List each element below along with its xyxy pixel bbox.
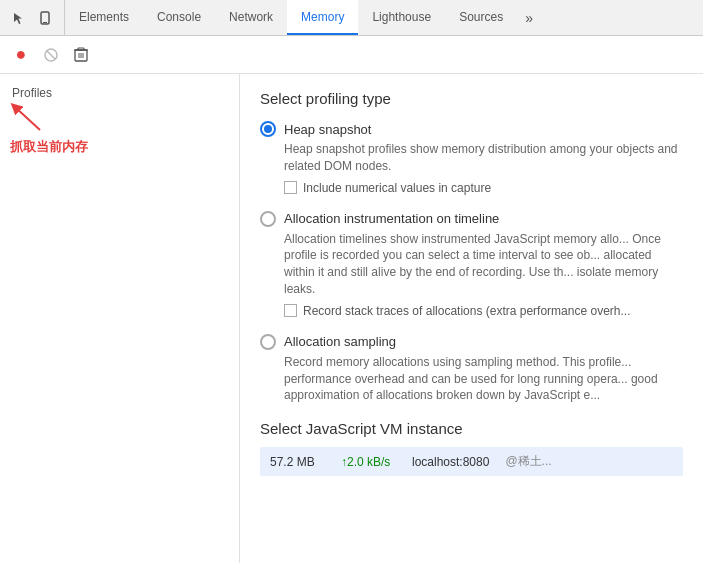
annotation-text: 抓取当前内存	[10, 138, 88, 156]
allocation-timeline-radio[interactable]	[260, 211, 276, 227]
allocation-sampling-option: Allocation sampling Record memory alloca…	[260, 334, 683, 404]
vm-section-title: Select JavaScript VM instance	[260, 420, 683, 437]
clear-button[interactable]	[38, 42, 64, 68]
annotation: 抓取当前内存	[10, 102, 88, 156]
heap-snapshot-label: Heap snapshot	[284, 122, 371, 137]
tab-memory[interactable]: Memory	[287, 0, 358, 35]
profiling-type-title: Select profiling type	[260, 90, 683, 107]
vm-instance-row[interactable]: 57.2 MB ↑2.0 kB/s localhost:8080 @稀土...	[260, 447, 683, 476]
vm-extra: @稀土...	[505, 453, 551, 470]
memory-toolbar: ●	[0, 36, 703, 74]
tab-console[interactable]: Console	[143, 0, 215, 35]
allocation-sampling-row[interactable]: Allocation sampling	[260, 334, 683, 350]
heap-snapshot-desc: Heap snapshot profiles show memory distr…	[284, 141, 683, 175]
record-stack-traces-checkbox[interactable]	[284, 304, 297, 317]
sidebar: Profiles 抓取当前内存	[0, 74, 240, 563]
tab-sources[interactable]: Sources	[445, 0, 517, 35]
record-button[interactable]: ●	[8, 42, 34, 68]
tab-network[interactable]: Network	[215, 0, 287, 35]
svg-rect-6	[78, 48, 84, 50]
allocation-sampling-desc: Record memory allocations using sampling…	[284, 354, 683, 404]
allocation-timeline-row[interactable]: Allocation instrumentation on timeline	[260, 211, 683, 227]
record-stack-traces-label: Record stack traces of allocations (extr…	[303, 304, 630, 318]
svg-line-10	[15, 107, 40, 130]
allocation-timeline-option: Allocation instrumentation on timeline A…	[260, 211, 683, 318]
pointer-icon[interactable]	[8, 7, 30, 29]
vm-speed: ↑2.0 kB/s	[341, 455, 396, 469]
heap-snapshot-option: Heap snapshot Heap snapshot profiles sho…	[260, 121, 683, 195]
svg-line-3	[47, 51, 55, 59]
delete-button[interactable]	[68, 42, 94, 68]
heap-snapshot-radio[interactable]	[260, 121, 276, 137]
tab-elements[interactable]: Elements	[65, 0, 143, 35]
allocation-sampling-radio[interactable]	[260, 334, 276, 350]
allocation-timeline-desc: Allocation timelines show instrumented J…	[284, 231, 683, 298]
record-stack-traces-row[interactable]: Record stack traces of allocations (extr…	[284, 304, 683, 318]
tab-bar: Elements Console Network Memory Lighthou…	[0, 0, 703, 36]
mobile-icon[interactable]	[34, 7, 56, 29]
allocation-timeline-label: Allocation instrumentation on timeline	[284, 211, 499, 226]
arrow-icon	[10, 102, 50, 132]
tab-lighthouse[interactable]: Lighthouse	[358, 0, 445, 35]
devtools-icons	[0, 0, 65, 35]
heap-snapshot-checkbox-row[interactable]: Include numerical values in capture	[284, 181, 683, 195]
include-numerical-checkbox[interactable]	[284, 181, 297, 194]
main-layout: Profiles 抓取当前内存 Select profiling type	[0, 74, 703, 563]
more-tabs-button[interactable]: »	[517, 0, 541, 35]
content-area: Select profiling type Heap snapshot Heap…	[240, 74, 703, 563]
vm-url: localhost:8080	[412, 455, 489, 469]
heap-snapshot-row[interactable]: Heap snapshot	[260, 121, 683, 137]
profiles-title: Profiles	[0, 82, 239, 104]
include-numerical-label: Include numerical values in capture	[303, 181, 491, 195]
allocation-sampling-label: Allocation sampling	[284, 334, 396, 349]
vm-memory: 57.2 MB	[270, 455, 325, 469]
